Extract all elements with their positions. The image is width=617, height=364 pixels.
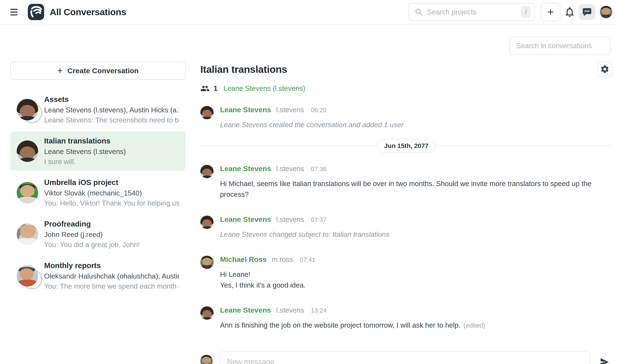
conversation-avatar	[17, 141, 38, 162]
conversation-title: Italian translations	[44, 137, 126, 145]
message: Leane Stevens l.stevens 13:24 Ann is fin…	[200, 306, 612, 331]
conversation-avatar	[17, 265, 38, 286]
message-author-avatar[interactable]	[200, 165, 214, 178]
conversation-list-item[interactable]: Monthly reports Oleksandr Halushchak (oh…	[10, 256, 186, 296]
conversation-participants: Leane Stevens (l.stevens)	[44, 147, 126, 156]
message: Michael Ross m.ross 07:41 Hi Leane!Yes, …	[200, 255, 612, 291]
slash-shortcut-badge: /	[521, 6, 531, 18]
conversation-title: Monthly reports	[44, 261, 179, 270]
participants-row: 1 Leane Stevens (l.stevens)	[200, 84, 612, 93]
messenger-button[interactable]	[579, 4, 595, 20]
message-author-name[interactable]: Leane Stevens	[220, 164, 271, 173]
conversation-last-message: I sure will.	[44, 157, 126, 166]
participants-link[interactable]: Leane Stevens (l.stevens)	[223, 84, 305, 92]
conversation-last-message: You: You did a great job, John!	[44, 241, 140, 249]
settings-button[interactable]	[597, 62, 612, 77]
top-bar: All Conversations / +	[0, 0, 617, 25]
message-author-avatar[interactable]	[200, 106, 214, 119]
app-root: All Conversations / + +	[0, 0, 617, 364]
message-list: Leane Stevens l.stevens 06:20 Leane Stev…	[200, 105, 612, 331]
message: Leane Stevens l.stevens 07:37 Leane Stev…	[200, 215, 612, 240]
conversation-avatar	[17, 99, 38, 120]
conversation-title-heading: Italian translations	[200, 63, 612, 75]
message-body: Hi Leane!Yes, I think it's a good idea.	[220, 269, 612, 291]
message-text-line: Leane Stevens created the conversation a…	[220, 119, 612, 130]
paper-plane-icon	[599, 356, 610, 364]
composer	[200, 351, 612, 364]
conversation-avatar	[17, 182, 38, 203]
conversation-participants: Leane Stevens (l.stevens), Austin Hicks …	[44, 106, 179, 114]
gear-icon	[600, 65, 609, 74]
conversation-search-input[interactable]	[510, 37, 611, 55]
message-body: Leane Stevens changed subject to: Italia…	[220, 229, 612, 240]
message-text-line: Ann is finishing the job on the website …	[220, 320, 612, 331]
message-author-username: l.stevens	[276, 165, 304, 173]
page-title: All Conversations	[50, 7, 126, 17]
plus-icon: +	[57, 66, 63, 75]
chat-bubble-icon	[582, 7, 592, 17]
bell-icon	[564, 6, 576, 18]
message-text-line: Hi Michael, seems like Italian translati…	[220, 178, 612, 200]
conversation-list-item[interactable]: Proofreading John Reed (j.reed) You: You…	[10, 215, 186, 254]
conversation-participants: Oleksandr Halushchak (ohalushcha), Austi…	[44, 272, 179, 280]
edited-flag: (edited)	[464, 322, 485, 329]
conversation-participants: John Reed (j.reed)	[44, 231, 140, 239]
message-body: Leane Stevens created the conversation a…	[220, 119, 612, 130]
conversation-panel: Italian translations 1 Leane Stevens (l.…	[200, 63, 612, 364]
conversation-avatar	[17, 223, 38, 245]
add-button[interactable]: +	[541, 3, 561, 21]
conversation-list-item[interactable]: Assets Leane Stevens (l.stevens), Austin…	[10, 90, 186, 129]
message-text-line: Leane Stevens changed subject to: Italia…	[220, 229, 612, 240]
message-author-name[interactable]: Leane Stevens	[220, 215, 271, 223]
composer-avatar	[200, 355, 213, 364]
project-search: /	[408, 3, 535, 21]
participants-icon	[200, 84, 210, 93]
participants-count: 1	[214, 84, 217, 92]
conversation-header: Italian translations 1 Leane Stevens (l.…	[200, 63, 612, 93]
notifications-button[interactable]	[561, 3, 579, 21]
message-author-username: l.stevens	[276, 306, 304, 314]
conversation-list-item[interactable]: Umbrella iOS project Viktor Slovák (mech…	[10, 173, 186, 212]
message-author-username: l.stevens	[276, 106, 304, 114]
message-time: 13:24	[311, 307, 326, 314]
conversation-last-message: You: Hello, Viktor! Thank You for helpin…	[44, 199, 179, 207]
message-author-avatar[interactable]	[200, 306, 214, 320]
conversation-last-message: Leane Stevens: The screenshots need to b…	[44, 116, 179, 124]
conversation-list-item[interactable]: Italian translations Leane Stevens (l.st…	[10, 131, 186, 171]
message-author-name[interactable]: Michael Ross	[220, 255, 267, 264]
app-logo-icon[interactable]	[28, 4, 44, 20]
conversation-last-message: You: The more time we spend each month o…	[44, 282, 179, 290]
message: Leane Stevens l.stevens 07:36 Hi Michael…	[200, 164, 612, 200]
message-author-avatar[interactable]	[200, 256, 214, 269]
message-body: Hi Michael, seems like Italian translati…	[220, 178, 612, 200]
message-time: 06:20	[311, 107, 326, 114]
message-body: Ann is finishing the job on the website …	[220, 320, 612, 331]
message-author-name[interactable]: Leane Stevens	[220, 105, 271, 114]
new-message-input[interactable]	[220, 351, 590, 364]
message-author-username: m.ross	[272, 255, 293, 264]
message-author-username: l.stevens	[276, 215, 304, 223]
project-search-input[interactable]	[427, 8, 517, 16]
message-time: 07:41	[300, 256, 315, 263]
conversation-sidebar: + Create Conversation Assets Leane Steve…	[10, 62, 186, 296]
conversation-title: Assets	[44, 95, 179, 104]
message-text-line: Yes, I think it's a good idea.	[220, 280, 612, 291]
conversation-list: Assets Leane Stevens (l.stevens), Austin…	[10, 90, 186, 296]
conversation-participants: Viktor Slovák (mechanic_1540)	[44, 189, 179, 197]
menu-button[interactable]	[10, 6, 23, 18]
create-conversation-button[interactable]: + Create Conversation	[10, 62, 186, 80]
message-author-avatar[interactable]	[200, 216, 214, 229]
conversation-title: Umbrella iOS project	[44, 178, 179, 187]
date-pill: Jun 15th, 2077	[377, 139, 436, 153]
user-avatar[interactable]	[600, 6, 612, 18]
send-button[interactable]	[597, 354, 612, 364]
conversation-title: Proofreading	[44, 220, 140, 228]
message-author-name[interactable]: Leane Stevens	[220, 306, 271, 314]
date-divider: Jun 15th, 2077	[200, 146, 612, 146]
message: Leane Stevens l.stevens 06:20 Leane Stev…	[200, 105, 612, 130]
message-time: 07:36	[311, 166, 326, 173]
message-text-line: Hi Leane!	[220, 269, 612, 280]
create-conversation-label: Create Conversation	[67, 66, 139, 75]
message-time: 07:37	[311, 216, 326, 223]
search-icon	[414, 8, 423, 16]
